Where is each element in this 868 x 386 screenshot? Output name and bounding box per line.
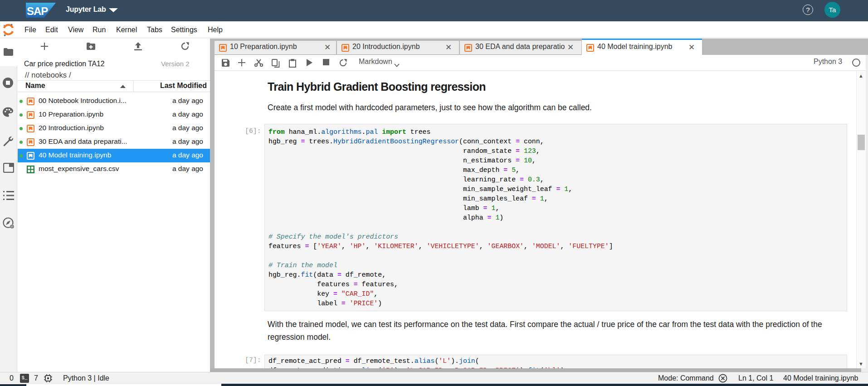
- svg-text:SAP: SAP: [27, 5, 48, 17]
